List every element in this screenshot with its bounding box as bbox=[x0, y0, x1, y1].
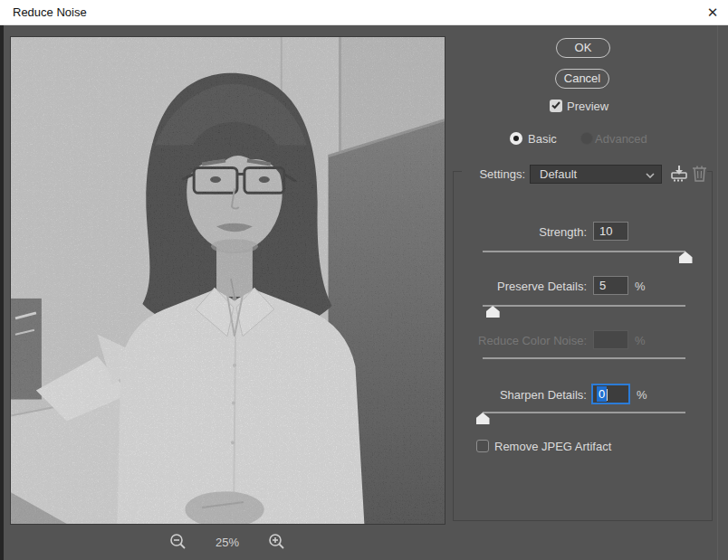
preview-checkbox[interactable] bbox=[550, 100, 562, 112]
basic-radio[interactable] bbox=[510, 132, 522, 145]
portrait-photo bbox=[11, 37, 445, 524]
strength-label: Strength: bbox=[453, 225, 587, 239]
advanced-radio-label: Advanced bbox=[595, 132, 647, 146]
sharpen-details-input[interactable]: 0 bbox=[591, 384, 630, 404]
magnifier-minus-icon bbox=[168, 532, 188, 552]
reduce-color-noise-unit: % bbox=[635, 334, 646, 347]
zoom-out-button[interactable] bbox=[168, 532, 188, 552]
remove-jpeg-artifact-checkbox[interactable] bbox=[476, 440, 489, 452]
text-caret bbox=[607, 389, 608, 401]
magnifier-plus-icon bbox=[267, 532, 287, 552]
close-icon[interactable]: ✕ bbox=[703, 4, 723, 22]
strength-input[interactable]: 10 bbox=[593, 222, 628, 241]
checkmark-icon bbox=[551, 101, 560, 109]
zoom-level: 25% bbox=[205, 536, 250, 549]
zoom-in-button[interactable] bbox=[267, 532, 287, 552]
sharpen-details-unit: % bbox=[637, 388, 647, 402]
basic-radio-label[interactable]: Basic bbox=[528, 132, 557, 146]
dialog-titlebar: Reduce Noise ✕ bbox=[0, 0, 728, 25]
left-edge-strip bbox=[0, 25, 4, 560]
sharpen-details-slider-track[interactable] bbox=[483, 412, 685, 413]
preserve-details-value: 5 bbox=[599, 279, 606, 292]
preserve-details-input[interactable]: 5 bbox=[593, 276, 628, 295]
preserve-details-label: Preserve Details: bbox=[417, 280, 587, 293]
image-preview[interactable] bbox=[10, 36, 445, 525]
reduce-color-noise-label: Reduce Color Noise: bbox=[417, 334, 587, 347]
preserve-details-unit: % bbox=[635, 280, 646, 293]
right-edge-line bbox=[717, 25, 718, 560]
remove-jpeg-artifact-label[interactable]: Remove JPEG Artifact bbox=[494, 440, 611, 453]
strength-slider-track[interactable] bbox=[483, 251, 685, 252]
preserve-details-slider-track[interactable] bbox=[483, 305, 685, 307]
dialog-title: Reduce Noise bbox=[13, 5, 87, 19]
reduce-color-noise-input bbox=[593, 330, 628, 349]
cancel-button[interactable]: Cancel bbox=[555, 69, 609, 89]
reduce-color-noise-slider-track bbox=[483, 357, 685, 359]
strength-value: 10 bbox=[599, 224, 612, 238]
ok-button[interactable]: OK bbox=[556, 38, 610, 58]
sharpen-details-value: 0 bbox=[597, 386, 607, 402]
reduce-noise-dialog: 25% OK Cancel Preview Basic Advanced Set… bbox=[0, 25, 728, 560]
advanced-radio bbox=[580, 132, 593, 145]
sharpen-details-label: Sharpen Details: bbox=[417, 388, 587, 402]
preview-checkbox-label[interactable]: Preview bbox=[567, 100, 608, 113]
